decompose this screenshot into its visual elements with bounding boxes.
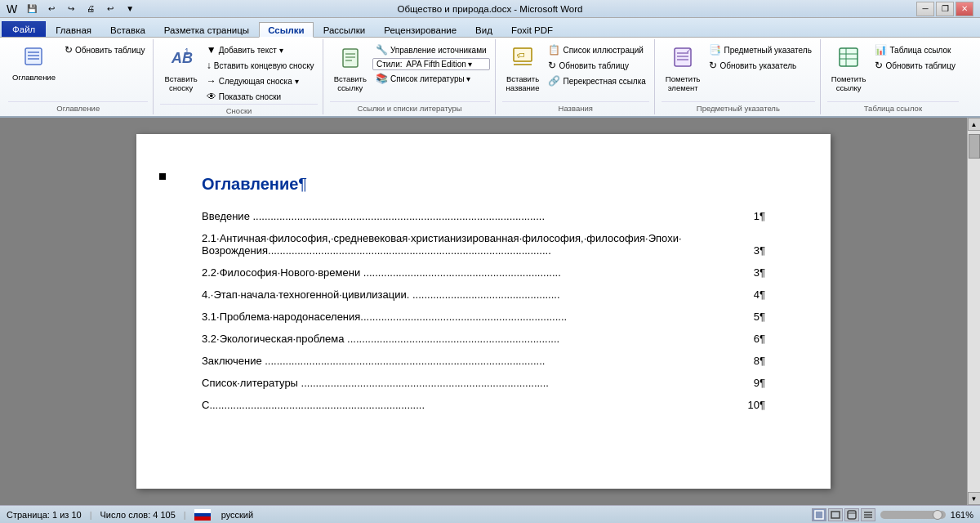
manage-icon: 🔧 xyxy=(376,44,388,56)
print-quick-btn[interactable]: 🖨 xyxy=(82,2,99,16)
svg-rect-25 xyxy=(815,511,823,519)
ribbon-group-ogl: Оглавление ↻ Обновить таблицу Оглавление xyxy=(3,39,154,114)
btn-mark-ref[interactable]: Пометитьссылку xyxy=(827,42,871,95)
tab-page-layout[interactable]: Разметка страницы xyxy=(155,22,258,37)
reftable-label: Таблица ссылок xyxy=(889,46,951,55)
add-text-label: Добавить текст ▾ xyxy=(219,46,283,55)
scroll-thumb[interactable] xyxy=(969,134,980,159)
toc-2-1-line1: 2.1·Античная·философия,·средневековая·хр… xyxy=(202,232,765,244)
page-info: Страница: 1 из 10 xyxy=(7,510,82,520)
btn-cross-ref[interactable]: 🔗 Перекрестная ссылка xyxy=(545,74,648,88)
caption-icon: 🏷 xyxy=(511,45,534,73)
btn-insert-ssylka[interactable]: Вставитьссылку xyxy=(330,42,371,95)
ogl-group-label: Оглавление xyxy=(8,101,148,113)
vertical-scrollbar[interactable]: ▲ ▼ xyxy=(967,118,980,505)
insert-snoska-label: Вставитьсноску xyxy=(164,74,197,92)
dropdown-arrow-icon: ▾ xyxy=(468,60,472,69)
ssylki-small-col: 🔧 Управление источниками Стили: APA Fift… xyxy=(372,42,490,86)
svg-rect-24 xyxy=(194,516,211,521)
btn-update-index[interactable]: ↻ Обновить указатель xyxy=(706,58,814,73)
btn-next-snoska[interactable]: → Следующая сноска ▾ xyxy=(203,74,318,88)
update-index-label: Обновить указатель xyxy=(719,61,796,70)
toc-text-bibliography: Список·литературы ......................… xyxy=(202,377,751,389)
status-bar: Страница: 1 из 10 | Число слов: 4 105 | … xyxy=(0,505,980,523)
document-area: Оглавление¶ Введение ...................… xyxy=(0,118,980,505)
toc-2-1-line2: Возрождения.............................… xyxy=(202,244,765,257)
add-text-icon: ▼ xyxy=(207,44,216,56)
btn-mark-element[interactable]: ✓ Пометитьэлемент xyxy=(662,42,705,95)
tab-references[interactable]: Ссылки xyxy=(259,22,314,38)
scroll-up-btn[interactable]: ▲ xyxy=(968,118,981,131)
btn-styles-dropdown[interactable]: Стили: APA Fifth Edition ▾ xyxy=(372,58,490,70)
insert-ref-icon xyxy=(339,45,362,73)
toc-text-4: 4.·Этап·начала·техногенной·цивилизации. … xyxy=(202,288,751,301)
close-btn[interactable]: ✕ xyxy=(956,2,973,16)
tab-file[interactable]: Файл xyxy=(2,21,46,37)
update-table-label: Обновить таблицу xyxy=(75,46,145,55)
print-layout-icon[interactable] xyxy=(812,508,826,521)
undo2-quick-btn[interactable]: ↩ xyxy=(102,2,118,16)
btn-insert-snoska[interactable]: AB1 Вставитьсноску xyxy=(160,42,201,95)
tab-mailings[interactable]: Рассылки xyxy=(314,22,375,37)
btn-update-table-tablssyl[interactable]: ↻ Обновить таблицу xyxy=(871,58,959,73)
zoom-slider[interactable] xyxy=(880,511,946,519)
btn-ref-table[interactable]: 📊 Таблица ссылок xyxy=(871,42,959,57)
btn-ogl[interactable]: Оглавление xyxy=(8,42,60,84)
toc-page-2-1: 3¶ xyxy=(754,244,765,257)
tab-review[interactable]: Рецензирование xyxy=(375,22,466,37)
illus-icon: 📋 xyxy=(548,44,560,56)
toc-page-3-2: 6¶ xyxy=(754,333,765,345)
btn-bibliography[interactable]: 📚 Список литературы ▾ xyxy=(372,71,490,86)
toc-text-intro: Введение ...............................… xyxy=(202,210,751,222)
minimize-btn[interactable]: ─ xyxy=(916,2,934,16)
ribbon-group-snoski: AB1 Вставитьсноску ▼ Добавить текст ▾ ↓ … xyxy=(155,39,323,114)
title-bar: W 💾 ↩ ↪ 🖨 ↩ ▼ Общество и природа.docx - … xyxy=(0,0,980,18)
restore-btn[interactable]: ❐ xyxy=(936,2,954,16)
redo-quick-btn[interactable]: ↪ xyxy=(63,2,79,16)
btn-subject-index[interactable]: 📑 Предметный указатель xyxy=(706,42,814,57)
status-left: Страница: 1 из 10 | Число слов: 4 105 | … xyxy=(7,508,253,520)
toc-entry-3-1: 3.1·Проблема·народонаселения............… xyxy=(202,311,765,323)
tab-view[interactable]: Вид xyxy=(466,22,501,37)
update-table3-label: Обновить таблицу xyxy=(885,61,956,70)
document-scroll-area[interactable]: Оглавление¶ Введение ...................… xyxy=(0,118,967,505)
svg-text:1: 1 xyxy=(185,47,189,56)
show-icon: 👁 xyxy=(207,91,216,102)
draft-icon[interactable] xyxy=(861,508,875,521)
btn-insert-koncevaya[interactable]: ↓ Вставить концевую сноску xyxy=(203,58,318,73)
next-icon: → xyxy=(207,75,216,87)
tab-foxit[interactable]: Foxit PDF xyxy=(502,22,562,37)
tab-insert[interactable]: Вставка xyxy=(101,22,154,37)
webview-icon[interactable] xyxy=(844,508,859,521)
btn-illus-list[interactable]: 📋 Список иллюстраций xyxy=(545,42,648,57)
undo-quick-btn[interactable]: ↩ xyxy=(43,2,60,16)
toc-page-2-2: 3¶ xyxy=(754,266,765,279)
btn-update-table-ogl[interactable]: ↻ Обновить таблицу xyxy=(61,42,149,57)
save-quick-btn[interactable]: 💾 xyxy=(24,2,40,16)
toc-page-bibliography: 9¶ xyxy=(754,377,765,389)
snoski-content: AB1 Вставитьсноску ▼ Добавить текст ▾ ↓ … xyxy=(160,41,317,104)
fullscreen-icon[interactable] xyxy=(828,508,843,521)
nazv-small-col: 📋 Список иллюстраций ↻ Обновить таблицу … xyxy=(545,42,648,88)
btn-manage-sources[interactable]: 🔧 Управление источниками xyxy=(372,42,490,57)
nazv-group-label: Названия xyxy=(502,101,649,113)
zoom-thumb[interactable] xyxy=(933,510,942,520)
mark-element-label: Пометитьэлемент xyxy=(666,74,701,92)
btn-insert-nazv[interactable]: 🏷 Вставитьназвание xyxy=(502,42,544,95)
toc-text-2-1-line2: Возрождения.............................… xyxy=(202,244,551,257)
insert-endnote-label: Вставить концевую сноску xyxy=(214,61,314,70)
qa-dropdown-btn[interactable]: ▼ xyxy=(122,2,138,16)
scroll-down-btn[interactable]: ▼ xyxy=(968,492,981,505)
tab-home[interactable]: Главная xyxy=(47,22,100,37)
toc-entry-2-1: 2.1·Античная·философия,·средневековая·хр… xyxy=(202,232,765,257)
btn-add-text[interactable]: ▼ Добавить текст ▾ xyxy=(203,42,318,57)
index-icon: ✓ xyxy=(671,45,694,73)
toc-text-last: С.......................................… xyxy=(202,399,745,411)
btn-show-snoska[interactable]: 👁 Показать сноски xyxy=(203,89,318,104)
svg-rect-18 xyxy=(840,48,858,66)
subject-index-icon: 📑 xyxy=(709,44,721,56)
ssylki-content: Вставитьссылку 🔧 Управление источниками … xyxy=(330,41,490,101)
btn-update-table-nazv[interactable]: ↻ Обновить таблицу xyxy=(545,58,648,73)
show-snoska-label: Показать сноски xyxy=(219,92,281,101)
nazv-content: 🏷 Вставитьназвание 📋 Список иллюстраций … xyxy=(502,41,649,101)
